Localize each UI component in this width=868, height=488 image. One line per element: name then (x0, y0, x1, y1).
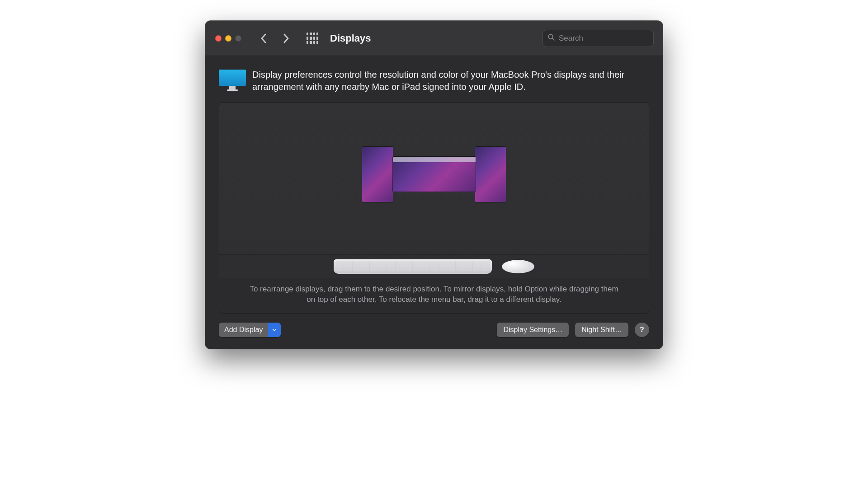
description-text: Display preferences control the resoluti… (252, 69, 649, 93)
search-icon (547, 33, 555, 43)
chevron-down-icon (268, 323, 281, 337)
menu-bar-indicator[interactable] (393, 157, 476, 162)
display-settings-button[interactable]: Display Settings… (497, 323, 569, 337)
mouse-icon (502, 260, 534, 273)
external-display-right[interactable] (475, 147, 506, 202)
description-row: Display preferences control the resoluti… (219, 69, 649, 93)
forward-button[interactable] (279, 32, 293, 45)
toolbar: Displays (205, 21, 663, 56)
svg-line-1 (552, 38, 554, 40)
keyboard-icon (334, 259, 492, 274)
search-field[interactable] (542, 30, 654, 47)
arrangement-panel: To rearrange displays, drag them to the … (219, 102, 649, 314)
content-area: Display preferences control the resoluti… (205, 56, 663, 349)
show-all-button[interactable] (306, 32, 319, 45)
display-icon (219, 70, 246, 90)
preferences-window: Displays Display preferences control the… (205, 21, 663, 349)
nav-arrows (257, 32, 293, 45)
window-controls (215, 35, 241, 42)
search-input[interactable] (559, 34, 655, 43)
night-shift-button[interactable]: Night Shift… (575, 323, 628, 337)
footer-buttons: Add Display Display Settings… Night Shif… (219, 323, 649, 337)
arrangement-stage[interactable] (219, 103, 649, 254)
add-display-label: Add Display (219, 326, 268, 334)
maximize-window-button (235, 35, 241, 42)
back-button[interactable] (257, 32, 270, 45)
add-display-button[interactable]: Add Display (219, 323, 281, 337)
grid-icon (307, 33, 318, 44)
peripheral-strip (219, 254, 649, 278)
help-button[interactable]: ? (635, 323, 649, 337)
page-title: Displays (330, 33, 371, 44)
arrangement-hint: To rearrange displays, drag them to the … (219, 278, 649, 313)
close-window-button[interactable] (215, 35, 222, 42)
minimize-window-button[interactable] (225, 35, 231, 42)
external-display-left[interactable] (362, 147, 393, 202)
